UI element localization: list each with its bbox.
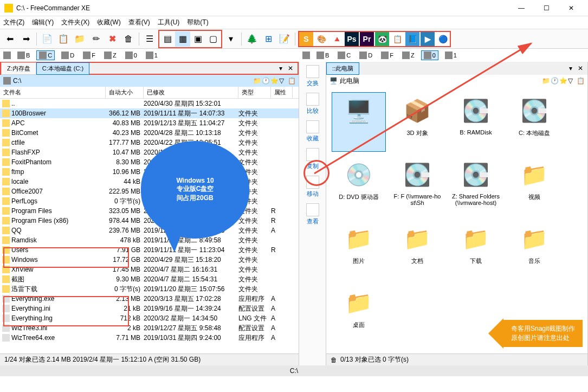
app-launcher[interactable]: Ps [345, 32, 359, 46]
drive-0[interactable]: 0 [123, 51, 139, 60]
right-tab[interactable]: ::此电脑 [326, 62, 359, 75]
left-path-bar[interactable]: C:\ 📁 🕐 ⭐ ▽ 📋 [0, 75, 299, 87]
layout-button[interactable]: ⊞ [261, 31, 276, 47]
star-icon[interactable]: ⭐ [559, 77, 567, 85]
col-attr[interactable]: 属性 [271, 87, 293, 98]
app-launcher[interactable]: 🎨 [314, 32, 328, 46]
file-row[interactable]: QQ239.76 MB2019/12/12 星期四 17:31:26文件夹A [0, 226, 299, 235]
drive-D[interactable]: D [59, 51, 76, 60]
drive-F[interactable]: F [379, 51, 396, 60]
history-icon[interactable]: 📁 [542, 77, 550, 85]
app-launcher[interactable]: Pr [360, 32, 374, 46]
wipe-button[interactable]: 🗑 [121, 31, 136, 47]
drive-item[interactable]: 💽C: 本地磁盘 [507, 92, 561, 152]
filter-icon[interactable]: ▽ [279, 77, 287, 85]
drive-item[interactable]: 💽F: F (\\vmware-host\Sh [390, 156, 444, 216]
forward-button[interactable]: ➡ [18, 31, 34, 47]
drive-item[interactable]: 💽Z: Shared Folders (\\vmware-host) [449, 156, 503, 216]
trash-icon[interactable]: 🗑 [331, 356, 337, 364]
rename-button[interactable]: ✏ [88, 31, 104, 47]
menu-item[interactable]: 查看(V) [128, 18, 150, 27]
strip-查看[interactable]: 查看 [306, 203, 319, 226]
star-icon[interactable]: ⭐ [270, 77, 278, 85]
view-details-button[interactable]: ▤ [160, 31, 175, 47]
drive-item[interactable]: 📁图片 [332, 220, 386, 280]
tab[interactable]: C:本地磁盘 (C:) [36, 62, 89, 75]
drive-B[interactable]: B [314, 51, 331, 60]
file-row[interactable]: FlashFXP10.47 MB2020/1/2 星期四 17:35:32文件夹 [0, 147, 299, 157]
menu-item[interactable]: 编辑(Y) [32, 18, 54, 27]
app-launcher[interactable]: 🔺 [329, 32, 344, 46]
col-size[interactable]: 自动大小 [106, 87, 144, 98]
tab-close-icon[interactable]: ✕ [288, 65, 295, 72]
move-button[interactable]: 📋 [56, 31, 71, 47]
copy-path-icon[interactable]: 📋 [577, 77, 584, 85]
view-thumb-button[interactable]: ▣ [190, 31, 205, 47]
drive-Z[interactable]: Z [400, 51, 417, 60]
menu-item[interactable]: 文件夹(X) [61, 18, 89, 27]
properties-button[interactable]: ☰ [142, 31, 157, 47]
file-row[interactable]: BitComet40.23 MB2020/4/28 星期二 10:13:18文件… [0, 128, 299, 138]
view-large-button[interactable]: ▢ [205, 31, 221, 47]
history-icon[interactable]: 📁 [253, 77, 261, 85]
drive-1[interactable]: 1 [144, 51, 160, 60]
file-row[interactable]: 100Broswer366.12 MB2019/11/11 星期一 14:07:… [0, 108, 299, 118]
drive-item[interactable]: 📁文档 [390, 220, 444, 280]
back-button[interactable]: ⬅ [2, 31, 17, 47]
col-type[interactable]: 类型 [238, 87, 271, 98]
drive-item[interactable]: 🖥️ [332, 92, 386, 152]
drive-1[interactable]: 1 [443, 51, 459, 60]
right-icon-view[interactable]: 🖥️📦3D 对象💽B: RAMDisk💽C: 本地磁盘💿D: DVD 驱动器💽F… [326, 87, 587, 354]
close-button[interactable]: ✕ [559, 0, 584, 16]
strip-交换[interactable]: 交换 [306, 65, 319, 87]
drive-Z[interactable]: Z [102, 51, 119, 60]
app-launcher[interactable]: 🐼 [375, 32, 389, 46]
drive-item[interactable]: 📦3D 对象 [390, 92, 444, 152]
delete-button[interactable]: ✖ [105, 31, 120, 47]
left-file-list[interactable]: .. 2020/4/30 星期四 15:32:01 100Broswer366.… [0, 99, 299, 354]
tab[interactable]: Z:内存盘 [1, 62, 36, 75]
parent-row[interactable]: .. 2020/4/30 星期四 15:32:01 [0, 99, 299, 108]
drive-C[interactable]: C [36, 50, 55, 60]
view-list-button[interactable]: ▦ [175, 31, 190, 47]
tab-dropdown-icon[interactable]: ▾ [569, 65, 577, 72]
file-row[interactable]: Everything.ini21 kB2019/9/16 星期一 14:39:2… [0, 304, 299, 313]
app-launcher[interactable]: 📋 [390, 32, 404, 46]
file-row[interactable]: Windows17.72 GB2020/4/29 星期三 15:18:20文件夹 [0, 255, 299, 265]
file-row[interactable]: ctfile177.77 MB2020/4/22 星期三 12:05:51文件夹 [0, 138, 299, 147]
app-launcher[interactable]: 📘 [405, 32, 419, 46]
file-row[interactable]: 迅雷下载0 字节(s)2019/11/20 星期三 15:07:56文件夹 [0, 284, 299, 294]
right-path-bar[interactable]: 🖥️ 此电脑 📁 🕐 ⭐ ▽ 📋 [326, 75, 587, 87]
drive-item[interactable]: 💽B: RAMDisk [449, 92, 503, 152]
app-launcher[interactable]: 🔵 [436, 32, 450, 46]
file-row[interactable]: 截图9.30 MB2020/4/7 星期二 15:54:31文件夹 [0, 274, 299, 284]
drive-item[interactable]: 📁下载 [449, 220, 503, 280]
drive-0[interactable]: 0 [421, 50, 438, 60]
app-launcher[interactable]: ▶ [421, 32, 435, 46]
file-row[interactable]: APC40.83 MB2019/12/13 星期五 11:04:27文件夹 [0, 118, 299, 128]
file-row[interactable]: Users7.91 GB2019/11/11 星期一 11:23:04文件夹R [0, 245, 299, 255]
drive-B[interactable]: B [15, 51, 32, 60]
clock-icon[interactable]: 🕐 [551, 77, 558, 85]
app-launcher[interactable]: S [299, 32, 313, 46]
tree-button[interactable]: 🌲 [244, 31, 260, 47]
view-dropdown[interactable]: ▾ [223, 31, 238, 47]
file-row[interactable]: WizTree64.exe7.71 MB2019/10/31 星期四 9:24:… [0, 333, 299, 343]
tab-dropdown-icon[interactable]: ▾ [279, 65, 287, 72]
col-name[interactable]: 文件名 [0, 87, 106, 98]
copy-button[interactable]: 📄 [40, 31, 55, 47]
drive-item[interactable]: 📁桌面 [332, 284, 386, 344]
menu-item[interactable]: 文件(Z) [3, 18, 24, 27]
copy-path-icon[interactable]: 📋 [288, 77, 295, 85]
file-row[interactable]: Ramdisk478 kB2019/11/26 星期二 8:49:58文件夹 [0, 235, 299, 245]
drive-item[interactable]: 📁视频 [507, 156, 561, 216]
drive-item[interactable]: 💿D: DVD 驱动器 [332, 156, 386, 216]
drive-D[interactable]: D [357, 51, 374, 60]
strip-收藏[interactable]: 收藏 [306, 120, 319, 143]
menu-item[interactable]: 收藏(W) [97, 18, 120, 27]
col-date[interactable]: 已修改 [144, 87, 238, 98]
edit-button[interactable]: 📝 [277, 31, 292, 47]
filter-icon[interactable]: ▽ [568, 77, 576, 85]
file-row[interactable]: Everything.exe2.13 MB2020/3/13 星期五 17:02… [0, 294, 299, 304]
minimize-button[interactable]: — [509, 0, 534, 16]
